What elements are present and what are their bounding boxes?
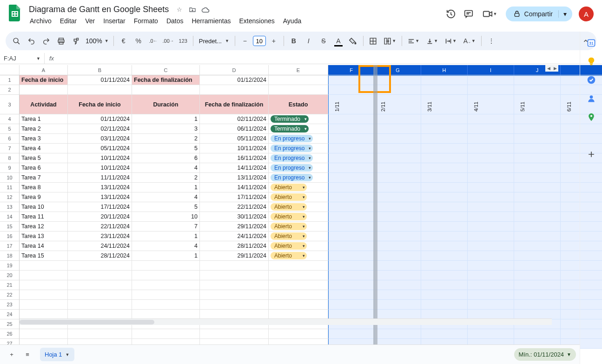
gantt-6-2[interactable] bbox=[421, 134, 468, 144]
gantt-11-0[interactable] bbox=[328, 183, 375, 192]
scrollbar-thumb[interactable] bbox=[20, 320, 154, 324]
menu-herramientas[interactable]: Herramientas bbox=[188, 15, 234, 26]
cell-f1-1[interactable] bbox=[375, 75, 421, 85]
cell-24-s2[interactable] bbox=[421, 310, 468, 319]
cell-r2-3[interactable] bbox=[200, 85, 269, 95]
font-size-input[interactable] bbox=[253, 36, 266, 46]
gantt-16-0[interactable] bbox=[328, 232, 375, 241]
gantt-7-1[interactable] bbox=[375, 144, 421, 153]
cell-19-s2[interactable] bbox=[421, 261, 468, 271]
cell-23-s0[interactable] bbox=[328, 300, 375, 310]
task-start-17[interactable]: 24/11/2024 bbox=[68, 241, 132, 251]
cell-24-2[interactable] bbox=[132, 310, 200, 319]
status-chip[interactable]: Abierto bbox=[271, 213, 307, 220]
col-header-G[interactable]: G bbox=[375, 65, 421, 75]
row-header-23[interactable]: 23 bbox=[0, 300, 20, 310]
gantt-10-4[interactable] bbox=[514, 173, 561, 183]
task-end-6[interactable]: 05/11/2024 bbox=[200, 134, 269, 144]
task-status-16[interactable]: Abierto bbox=[269, 232, 328, 241]
gantt-13-0[interactable] bbox=[328, 202, 375, 212]
gantt-7-2[interactable] bbox=[421, 144, 468, 153]
currency-euro-icon[interactable]: € bbox=[117, 34, 131, 48]
cell-r2-4[interactable] bbox=[269, 85, 328, 95]
task-start-16[interactable]: 23/11/2024 bbox=[68, 232, 132, 241]
task-start-13[interactable]: 17/11/2024 bbox=[68, 202, 132, 212]
cell-r2s-0[interactable] bbox=[328, 85, 375, 95]
decrease-decimal-icon[interactable]: .0← bbox=[146, 34, 160, 48]
status-chip[interactable]: En progreso bbox=[271, 154, 313, 162]
cell-r2s-2[interactable] bbox=[421, 85, 468, 95]
add-addon-icon[interactable] bbox=[587, 150, 596, 159]
cell-20-1[interactable] bbox=[68, 271, 132, 280]
menu-ver[interactable]: Ver bbox=[81, 15, 99, 26]
cell-24-4[interactable] bbox=[269, 310, 328, 319]
cell-20-s3[interactable] bbox=[468, 271, 514, 280]
search-menus-icon[interactable] bbox=[9, 34, 23, 48]
status-chip[interactable]: En progreso bbox=[271, 164, 313, 172]
row-header-4[interactable]: 4 bbox=[0, 114, 20, 124]
menu-datos[interactable]: Datos bbox=[163, 15, 187, 26]
gantt-13-4[interactable] bbox=[514, 202, 561, 212]
row-header-18[interactable]: 18 bbox=[0, 251, 20, 261]
gantt-14-3[interactable] bbox=[468, 212, 514, 222]
task-dur-11[interactable]: 1 bbox=[132, 183, 200, 192]
cell-26-s3[interactable] bbox=[468, 329, 514, 339]
gantt-4-2[interactable] bbox=[421, 114, 468, 124]
cell-22-0[interactable] bbox=[20, 290, 68, 300]
gantt-5-3[interactable] bbox=[468, 124, 514, 134]
scroll-left-icon[interactable]: ◀ bbox=[545, 65, 552, 72]
row-header-20[interactable]: 20 bbox=[0, 271, 20, 280]
gantt-13-2[interactable] bbox=[421, 202, 468, 212]
cell-23-3[interactable] bbox=[200, 300, 269, 310]
cell-21-s1[interactable] bbox=[375, 280, 421, 290]
decrease-font-icon[interactable]: − bbox=[238, 34, 252, 48]
gantt-15-0[interactable] bbox=[328, 222, 375, 232]
gantt-18-0[interactable] bbox=[328, 251, 375, 261]
maps-icon[interactable] bbox=[587, 113, 596, 122]
cell-19-4[interactable] bbox=[269, 261, 328, 271]
more-formats-icon[interactable]: 123 bbox=[176, 34, 190, 48]
row-header-24[interactable]: 24 bbox=[0, 310, 20, 319]
task-dur-15[interactable]: 7 bbox=[132, 222, 200, 232]
task-start-5[interactable]: 02/11/2024 bbox=[68, 124, 132, 134]
gantt-7-4[interactable] bbox=[514, 144, 561, 153]
status-chip[interactable]: En progreso bbox=[271, 135, 313, 142]
gantt-5-0[interactable] bbox=[328, 124, 375, 134]
cell-e1[interactable] bbox=[269, 75, 328, 85]
gantt-8-4[interactable] bbox=[514, 153, 561, 163]
meet-icon[interactable]: ▼ bbox=[481, 8, 499, 20]
task-end-14[interactable]: 30/11/2024 bbox=[200, 212, 269, 222]
cell-r2-1[interactable] bbox=[68, 85, 132, 95]
gantt-12-1[interactable] bbox=[375, 192, 421, 202]
doc-title[interactable]: Diagrama de Gantt en Google Sheets bbox=[26, 4, 172, 15]
cell-22-1[interactable] bbox=[68, 290, 132, 300]
text-wrap-icon[interactable]: ▼ bbox=[442, 34, 460, 48]
cell-20-s1[interactable] bbox=[375, 271, 421, 280]
task-status-6[interactable]: En progreso bbox=[269, 134, 328, 144]
gantt-18-3[interactable] bbox=[468, 251, 514, 261]
task-name-17[interactable]: Tarea 14 bbox=[20, 241, 68, 251]
row-header-8[interactable]: 8 bbox=[0, 153, 20, 163]
status-chip[interactable]: Abierto bbox=[271, 252, 307, 259]
status-chip[interactable]: Abierto bbox=[271, 203, 307, 211]
gantt-16-4[interactable] bbox=[514, 232, 561, 241]
gantt-11-4[interactable] bbox=[514, 183, 561, 192]
cell-23-s3[interactable] bbox=[468, 300, 514, 310]
task-start-14[interactable]: 20/11/2024 bbox=[68, 212, 132, 222]
gantt-5-2[interactable] bbox=[421, 124, 468, 134]
aggregate-chip[interactable]: Mín.: 01/11/2024▼ bbox=[514, 348, 576, 361]
cell-f1-2[interactable] bbox=[421, 75, 468, 85]
task-name-6[interactable]: Tarea 3 bbox=[20, 134, 68, 144]
gantt-6-4[interactable] bbox=[514, 134, 561, 144]
header-b[interactable]: Fecha de inicio bbox=[68, 95, 132, 114]
cell-21-1[interactable] bbox=[68, 280, 132, 290]
row-header-17[interactable]: 17 bbox=[0, 241, 20, 251]
gantt-4-4[interactable] bbox=[514, 114, 561, 124]
percent-icon[interactable]: % bbox=[132, 34, 146, 48]
gantt-13-1[interactable] bbox=[375, 202, 421, 212]
date-col-2[interactable]: 3/11 bbox=[421, 95, 468, 114]
row-header-19[interactable]: 19 bbox=[0, 261, 20, 271]
col-header-B[interactable]: B bbox=[68, 65, 132, 75]
cell-19-s0[interactable] bbox=[328, 261, 375, 271]
gantt-8-2[interactable] bbox=[421, 153, 468, 163]
